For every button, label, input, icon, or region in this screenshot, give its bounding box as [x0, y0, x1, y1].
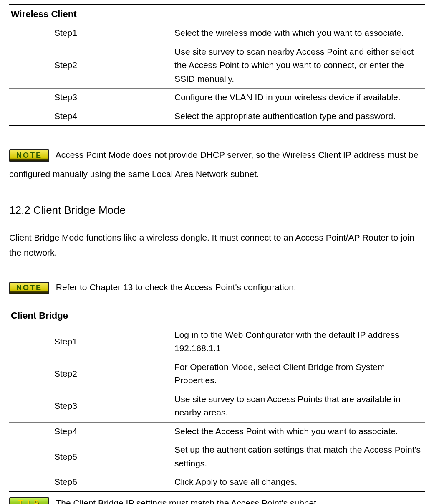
table-header: Wireless Client [9, 5, 425, 24]
note-paragraph: NOTE Access Point Mode does not provide … [9, 145, 425, 183]
step-desc: Set up the authentication settings that … [173, 441, 425, 473]
note-badge-icon: NOTE [9, 282, 49, 294]
document-page: Wireless Client Step1 Select the wireles… [0, 0, 434, 504]
table-row: Step2 For Operation Mode, select Client … [9, 358, 425, 390]
step-label: Step6 [9, 473, 173, 492]
step-desc: Select the appropriate authentication ty… [173, 107, 425, 126]
tip-badge-icon: T I P [9, 497, 49, 504]
section-intro: Client Bridge Mode functions like a wire… [9, 230, 425, 260]
table-row: Step1 Log in to the Web Configurator wit… [9, 326, 425, 358]
table-header: Client Bridge [9, 306, 425, 326]
wireless-client-table: Wireless Client Step1 Select the wireles… [9, 4, 425, 126]
step-label: Step2 [9, 43, 173, 89]
section-heading: 12.2 Client Bridge Mode [9, 202, 425, 218]
step-desc: Select the Access Point with which you w… [173, 422, 425, 441]
step-desc: Use site survey to scan Access Points th… [173, 390, 425, 422]
note-paragraph: NOTE Refer to Chapter 13 to check the Ac… [9, 278, 425, 296]
table-row: Step4 Select the Access Point with which… [9, 422, 425, 441]
note-text: Refer to Chapter 13 to check the Access … [56, 282, 296, 292]
step-desc: Select the wireless mode with which you … [173, 24, 425, 43]
step-label: Step3 [9, 89, 173, 107]
tip-paragraph: T I P The Client Bridge IP settings must… [9, 494, 425, 504]
step-desc: Configure the VLAN ID in your wireless d… [173, 89, 425, 107]
table-row: Step6 Click Apply to save all changes. [9, 473, 425, 492]
table-row: Step1 Select the wireless mode with whic… [9, 24, 425, 43]
table-row: Step5 Set up the authentication settings… [9, 441, 425, 473]
table-row: Step2 Use site survey to scan nearby Acc… [9, 43, 425, 89]
table-row: Step3 Configure the VLAN ID in your wire… [9, 89, 425, 107]
step-label: Step5 [9, 441, 173, 473]
tip-text: The Client Bridge IP settings must match… [56, 498, 318, 504]
table-row: Step3 Use site survey to scan Access Poi… [9, 390, 425, 422]
step-desc: Use site survey to scan nearby Access Po… [173, 43, 425, 89]
step-label: Step1 [9, 24, 173, 43]
table-row: Step4 Select the appropriate authenticat… [9, 107, 425, 126]
step-label: Step2 [9, 358, 173, 390]
note-text: Access Point Mode does not provide DHCP … [9, 150, 419, 178]
step-desc: For Operation Mode, select Client Bridge… [173, 358, 425, 390]
client-bridge-table: Client Bridge Step1 Log in to the Web Co… [9, 306, 425, 492]
step-desc: Log in to the Web Configurator with the … [173, 326, 425, 358]
step-desc: Click Apply to save all changes. [173, 473, 425, 492]
step-label: Step4 [9, 422, 173, 441]
step-label: Step4 [9, 107, 173, 126]
note-badge-icon: NOTE [9, 149, 49, 162]
step-label: Step3 [9, 390, 173, 422]
step-label: Step1 [9, 326, 173, 358]
